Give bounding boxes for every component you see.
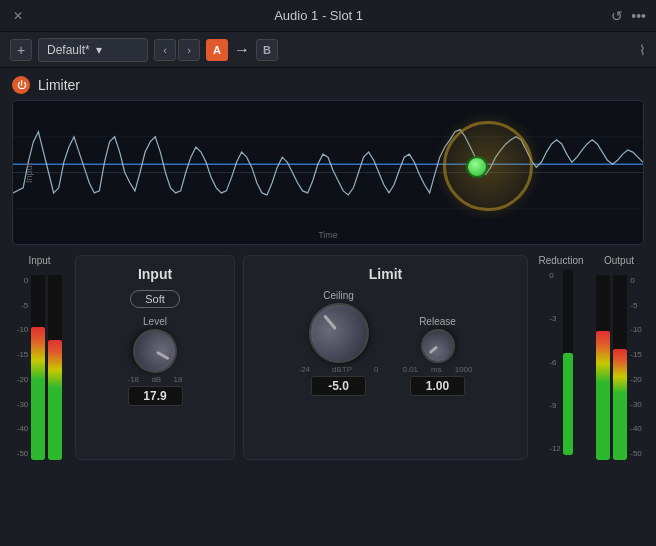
ceiling-knob-container: Ceiling -24 dBTP 0 -5.0 bbox=[299, 290, 379, 396]
limit-section: Limit Ceiling -24 dBTP 0 -5.0 Release bbox=[243, 255, 528, 460]
output-section: Output 0 -5 -10 -15 -20 -30 -40 -50 bbox=[594, 255, 644, 460]
input-range-unit: dB bbox=[151, 375, 161, 384]
release-knob[interactable] bbox=[414, 322, 462, 370]
ceiling-range-unit: dBTP bbox=[332, 365, 352, 374]
waveform-display[interactable]: Input Time bbox=[12, 100, 644, 245]
waveform-time-label: Time bbox=[318, 230, 338, 240]
release-label: Release bbox=[419, 316, 456, 327]
plugin-area: ⏻ Limiter Input Time Input 0 bbox=[0, 68, 656, 468]
ceiling-knob[interactable] bbox=[296, 291, 381, 376]
toolbar: + Default* ▾ ‹ › A → B ⌇ bbox=[0, 32, 656, 68]
close-button[interactable]: ✕ bbox=[10, 8, 26, 24]
red-scale-9: -9 bbox=[549, 402, 561, 410]
input-vu-fill-left bbox=[31, 327, 45, 460]
add-button[interactable]: + bbox=[10, 39, 32, 61]
vu-scale-5: -5 bbox=[17, 302, 29, 310]
out-scale-15: -15 bbox=[630, 351, 642, 359]
output-vu-fill-left bbox=[596, 331, 610, 461]
input-vu-scale: 0 -5 -10 -15 -20 -30 -40 -50 bbox=[17, 275, 29, 460]
output-vu-bar-right bbox=[613, 275, 627, 460]
vu-scale-10: -10 bbox=[17, 326, 29, 334]
title-bar-left: ✕ bbox=[10, 8, 26, 24]
input-knob-range: -18 dB 18 bbox=[128, 375, 183, 384]
settings-icon[interactable]: ⌇ bbox=[639, 42, 646, 58]
release-range-max: 1000 bbox=[455, 365, 473, 374]
title-bar: ✕ Audio 1 - Slot 1 ↺ ••• bbox=[0, 0, 656, 32]
waveform-svg bbox=[13, 101, 643, 244]
limiter-header: ⏻ Limiter bbox=[12, 76, 644, 94]
out-scale-50: -50 bbox=[630, 450, 642, 458]
out-scale-20: -20 bbox=[630, 376, 642, 384]
reduction-label: Reduction bbox=[538, 255, 583, 266]
red-scale-6: -6 bbox=[549, 359, 561, 367]
power-button[interactable]: ⏻ bbox=[12, 76, 30, 94]
dropdown-arrow-icon: ▾ bbox=[96, 43, 102, 57]
nav-arrows: ‹ › bbox=[154, 39, 200, 61]
output-vu-fill-right bbox=[613, 349, 627, 460]
ab-button-a[interactable]: A bbox=[206, 39, 228, 61]
reduction-section: Reduction 0 -3 -6 -9 -12 bbox=[536, 255, 586, 460]
vu-scale-30: -30 bbox=[17, 401, 29, 409]
red-scale-3: -3 bbox=[549, 315, 561, 323]
reduction-bar-fill bbox=[563, 353, 573, 455]
reset-icon[interactable]: ↺ bbox=[611, 8, 623, 24]
limiter-label: Limiter bbox=[38, 77, 80, 93]
release-range: 0.01 ms 1000 bbox=[403, 365, 473, 374]
reduction-bar bbox=[563, 270, 573, 455]
output-vu-bar-left bbox=[596, 275, 610, 460]
waveform-control-knob[interactable] bbox=[466, 156, 488, 178]
out-scale-0: 0 bbox=[630, 277, 642, 285]
ceiling-range-max: 0 bbox=[374, 365, 378, 374]
ceiling-range-min: -24 bbox=[299, 365, 311, 374]
output-label: Output bbox=[604, 255, 634, 266]
limit-controls: Ceiling -24 dBTP 0 -5.0 Release 0.01 m bbox=[299, 290, 473, 396]
red-scale-12: -12 bbox=[549, 445, 561, 453]
vu-scale-50: -50 bbox=[17, 450, 29, 458]
window-title: Audio 1 - Slot 1 bbox=[274, 8, 363, 23]
limit-section-title: Limit bbox=[369, 266, 402, 282]
input-level-knob[interactable] bbox=[125, 321, 185, 381]
power-icon: ⏻ bbox=[17, 80, 26, 90]
input-vu-meter: 0 -5 -10 -15 -20 -30 -40 -50 bbox=[17, 270, 63, 460]
vu-scale-40: -40 bbox=[17, 425, 29, 433]
release-value-display[interactable]: 1.00 bbox=[410, 376, 465, 396]
output-vu-meter: 0 -5 -10 -15 -20 -30 -40 -50 bbox=[596, 270, 642, 460]
output-vu-scale: 0 -5 -10 -15 -20 -30 -40 -50 bbox=[630, 275, 642, 460]
input-vu-section: Input 0 -5 -10 -15 -20 -30 -40 -50 bbox=[12, 255, 67, 460]
vu-scale-15: -15 bbox=[17, 351, 29, 359]
out-scale-5: -5 bbox=[630, 302, 642, 310]
ceiling-value-display[interactable]: -5.0 bbox=[311, 376, 366, 396]
ceiling-range: -24 dBTP 0 bbox=[299, 365, 379, 374]
input-level-knob-container: Level -18 dB 18 17.9 bbox=[128, 316, 183, 406]
vu-scale-20: -20 bbox=[17, 376, 29, 384]
input-vu-bar-left bbox=[31, 275, 45, 460]
vu-scale-0: 0 bbox=[17, 277, 29, 285]
input-level-label: Level bbox=[143, 316, 167, 327]
preset-name: Default* bbox=[47, 43, 90, 57]
input-range-min: -18 bbox=[128, 375, 140, 384]
ab-arrow-icon: → bbox=[234, 41, 250, 59]
red-scale-0: 0 bbox=[549, 272, 561, 280]
input-vu-fill-right bbox=[48, 340, 62, 460]
out-scale-40: -40 bbox=[630, 425, 642, 433]
title-bar-right: ↺ ••• bbox=[611, 8, 646, 24]
ceiling-label: Ceiling bbox=[323, 290, 354, 301]
input-value-display[interactable]: 17.9 bbox=[128, 386, 183, 406]
release-range-min: 0.01 bbox=[403, 365, 419, 374]
soft-button[interactable]: Soft bbox=[130, 290, 180, 308]
input-vu-bar-right bbox=[48, 275, 62, 460]
ab-button-b[interactable]: B bbox=[256, 39, 278, 61]
nav-prev-button[interactable]: ‹ bbox=[154, 39, 176, 61]
release-range-unit: ms bbox=[431, 365, 442, 374]
input-range-max: 18 bbox=[174, 375, 183, 384]
out-scale-30: -30 bbox=[630, 401, 642, 409]
release-knob-container: Release 0.01 ms 1000 1.00 bbox=[403, 316, 473, 396]
reduction-meter: 0 -3 -6 -9 -12 bbox=[549, 270, 573, 455]
preset-dropdown[interactable]: Default* ▾ bbox=[38, 38, 148, 62]
waveform-input-label: Input bbox=[24, 162, 34, 182]
out-scale-10: -10 bbox=[630, 326, 642, 334]
reduction-scale: 0 -3 -6 -9 -12 bbox=[549, 270, 561, 455]
more-icon[interactable]: ••• bbox=[631, 8, 646, 24]
input-section-title: Input bbox=[138, 266, 172, 282]
nav-next-button[interactable]: › bbox=[178, 39, 200, 61]
